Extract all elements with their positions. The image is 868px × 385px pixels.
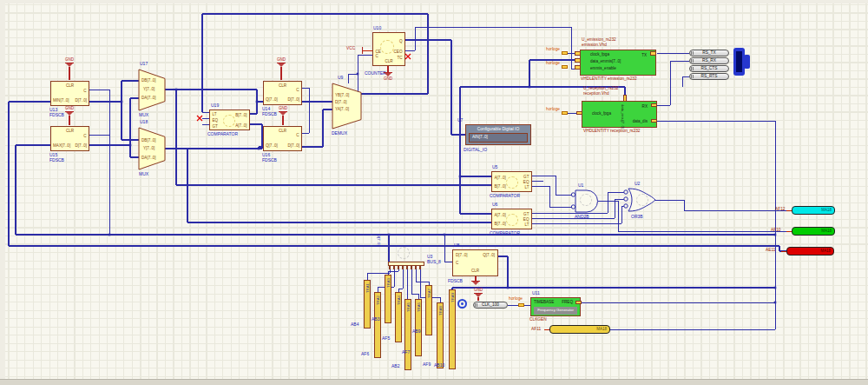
- designator: U5: [492, 165, 497, 169]
- pin-eq: EQ: [523, 217, 529, 222]
- component-type: MUX: [139, 113, 148, 117]
- component-type: BUS_8: [427, 260, 441, 264]
- digital-io-u7[interactable]: Configurable Digital IO AIN[7..0]: [465, 124, 531, 145]
- pin-stub: [575, 58, 581, 63]
- port-label: RS_CTS: [701, 66, 718, 70]
- gnd-symbol[interactable]: GND: [472, 288, 484, 301]
- bus-label: D[7..0]: [377, 235, 381, 246]
- fpga-pin-bar[interactable]: TRA2: [374, 292, 381, 358]
- fpga-pin-bar[interactable]: TRA4: [395, 292, 402, 342]
- pin-data-recu: data_recu[7..0]: [621, 104, 625, 129]
- timebase-u11[interactable]: TIMEBASE FREQ Frequency Generator: [530, 297, 581, 316]
- comparator-u6[interactable]: A[7..0] B[7..0] GT EQ LT: [491, 209, 532, 229]
- counter-u10[interactable]: CE C Q CEO TC CLR: [372, 32, 405, 66]
- port-rs-tx[interactable]: RS_TX: [689, 50, 729, 56]
- flipflop-u16[interactable]: CLR C Q[7..0] D[7..0]: [263, 126, 302, 151]
- db9-connector-icon[interactable]: [733, 48, 751, 76]
- designator: U11: [532, 291, 540, 295]
- net-flag-icon: [562, 111, 568, 116]
- fpga-pin-bar[interactable]: TRA8: [437, 302, 444, 368]
- pin-data-emmis: data_emmis[7..0]: [590, 59, 621, 63]
- port-clk100[interactable]: CLK_100: [473, 302, 508, 309]
- entity-file: emission.Vhd: [582, 43, 607, 48]
- fpga-pin-bar[interactable]: TRA1: [364, 280, 371, 329]
- pin-b: B[7..0]: [495, 222, 506, 226]
- fpga-pin-bar[interactable]: TRA9: [449, 289, 456, 369]
- pin-d: D[7..0]: [335, 100, 347, 104]
- pin-ain: AIN[7..0]: [472, 135, 488, 139]
- probe-pin-label: AF10: [771, 229, 780, 233]
- port-rs-cts[interactable]: RS_CTS: [689, 65, 729, 72]
- designator: U2: [635, 182, 640, 186]
- pin-q: Q[7..0]: [483, 253, 495, 257]
- pin-y: Y[7..0]: [143, 87, 155, 91]
- comparator-u19[interactable]: LT EQ GT B[7..0] A[7..0]: [209, 110, 250, 130]
- gnd-symbol[interactable]: GND: [63, 57, 76, 80]
- port-label: RS_RX: [702, 58, 716, 63]
- comparator-u5[interactable]: A[7..0] B[7..0] GT EQ LT: [491, 171, 532, 192]
- port-label: RS_RTS: [701, 74, 718, 78]
- component-type: OR3B: [631, 215, 643, 219]
- canvas-bottom-edge: [0, 379, 868, 385]
- pin-ceo: CEO: [394, 50, 403, 54]
- reception-entity[interactable]: clock_fpga RX data_dis data_recu[7..0]: [582, 101, 657, 128]
- flipflop-u15[interactable]: CLR C MAX[7..0] D[7..0]: [50, 126, 89, 151]
- gnd-symbol[interactable]: GND: [63, 106, 76, 125]
- probe-cyan[interactable]: MA18: [792, 206, 835, 215]
- flipflop-u14[interactable]: CLR C Q[7..0] D[7..0]: [263, 81, 302, 105]
- net-label[interactable]: horloge: [546, 48, 560, 52]
- gear-icon: [580, 194, 592, 206]
- schematic-canvas[interactable]: GND CLR C MIN[7..0] D[7..0] U13 FDSCB GN…: [0, 0, 868, 385]
- fpga-pin-bar[interactable]: TRA6: [415, 299, 422, 356]
- timebase-title: TIMEBASE: [534, 300, 554, 304]
- bus-tap: [389, 266, 391, 269]
- pin-c: C: [456, 261, 458, 265]
- net-label[interactable]: horloge: [546, 108, 560, 112]
- pin-max: MAX[7..0]: [53, 143, 70, 148]
- designator: U15: [49, 153, 57, 157]
- flipflop-u13[interactable]: CLR C MIN[7..0] D[7..0]: [50, 81, 89, 106]
- probe-text: MA18: [821, 208, 832, 212]
- pin-clr: CLR: [385, 59, 392, 63]
- digital-io-title: Configurable Digital IO: [466, 127, 530, 131]
- fpga-pin-bar[interactable]: TRA7: [425, 285, 432, 335]
- net-label[interactable]: horloge: [509, 297, 523, 302]
- designator: U19: [211, 103, 219, 108]
- pin-ya: YA[7..0]: [335, 107, 349, 111]
- probe-green[interactable]: MA18: [792, 227, 835, 236]
- flipflop-u8[interactable]: D[7..0] Q[7..0] C CLR: [452, 249, 498, 276]
- component-type: DIGITAL_IO: [464, 148, 487, 152]
- pin-a: A[7..0]: [495, 213, 506, 217]
- port-rs-rx[interactable]: RS_RX: [689, 57, 729, 64]
- bar-name: TRA3: [386, 278, 391, 288]
- pin-stub: [575, 65, 581, 70]
- junction-dots: [108, 73, 777, 304]
- fpga-pin-bar[interactable]: TRA3: [385, 275, 391, 323]
- gnd-symbol[interactable]: GND: [382, 66, 394, 82]
- designator: U10: [373, 26, 381, 30]
- component-type: AND2B: [575, 215, 589, 219]
- bar-pin-label: AF5: [382, 336, 390, 341]
- designator: U13: [49, 108, 57, 112]
- gnd-symbol[interactable]: [470, 276, 482, 285]
- designator: U8: [454, 243, 459, 248]
- emission-entity[interactable]: clock_fpga data_emmis[7..0] emmis_enable…: [580, 50, 656, 76]
- net-label[interactable]: horloge: [546, 62, 560, 66]
- port-rs-rts[interactable]: RS_RTS: [689, 73, 729, 80]
- probe-yellow[interactable]: MA18: [549, 325, 610, 334]
- gnd-symbol[interactable]: GND: [275, 57, 287, 80]
- pin-data-dis: data_dis: [633, 119, 648, 123]
- probe-red[interactable]: MA18: [786, 247, 834, 256]
- invert-bubble-icon: [571, 205, 575, 209]
- gear-icon: [398, 247, 410, 259]
- gear-icon: [506, 214, 518, 226]
- vcc-symbol[interactable]: [362, 47, 364, 54]
- pin-lt: LT: [213, 112, 217, 116]
- signal-wires[interactable]: [89, 27, 792, 329]
- gnd-symbol[interactable]: GND: [277, 106, 289, 125]
- fpga-pin-bar[interactable]: TRA5: [404, 299, 411, 370]
- pin-stub: [650, 51, 656, 56]
- designator: U17: [140, 62, 148, 66]
- clock-wheel-icon[interactable]: [457, 299, 467, 309]
- designator: U16: [262, 153, 270, 157]
